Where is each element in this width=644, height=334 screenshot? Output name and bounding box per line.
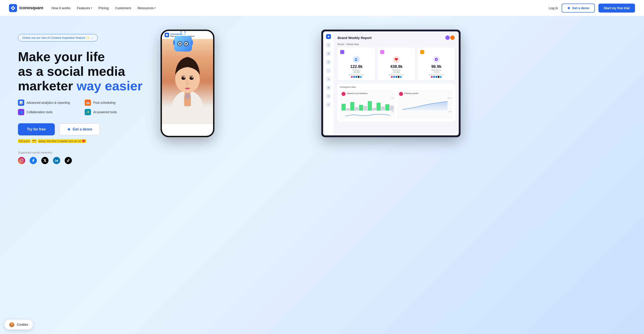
src-tt-2 — [398, 76, 400, 78]
sidebar-icon-2: ⊞ — [326, 51, 331, 56]
followers-label: Followers — [340, 69, 372, 71]
sidebar-icon-3: ⊡ — [326, 60, 331, 65]
src-ig-3 — [431, 76, 433, 78]
followers-icon — [353, 56, 360, 63]
x-twitter-icon[interactable] — [41, 157, 48, 164]
ai-badge[interactable]: Check out our new AI Content Inspiration… — [18, 34, 98, 41]
svg-point-17 — [192, 77, 193, 78]
src-ig — [351, 76, 353, 78]
bar-2 — [346, 108, 350, 111]
demo-icon — [567, 6, 570, 10]
chart1-yaxis-bottom: -5K — [342, 111, 394, 113]
social-networks-label: Supported social networks — [18, 151, 142, 154]
chart2-menu: ··· — [450, 93, 451, 95]
ig-avatar-chart1 — [342, 92, 346, 96]
ig-avatar-chart2 — [399, 92, 403, 96]
bar-4 — [355, 107, 359, 111]
robot-eye-right — [184, 41, 188, 46]
sidebar-icon-8: ⊙ — [326, 102, 331, 107]
logo[interactable]: iconosquare — [9, 4, 43, 12]
resources-chevron-icon: ▾ — [154, 7, 156, 9]
metric-card-reactions: ··· 438.9k Reactions +23.48% Data aggreg… — [378, 47, 415, 80]
antenna-left — [181, 32, 181, 35]
chart-gained-lost: Gained & Lost followers ··· 10K — [340, 90, 396, 119]
src-tw-2 — [400, 76, 402, 78]
card-avatar-1 — [340, 50, 344, 54]
reactions-label: Reactions — [380, 69, 412, 71]
logo-icon — [9, 4, 17, 12]
robot-glasses — [178, 41, 188, 46]
bar-chart-1 — [342, 99, 394, 111]
instagram-section: Instagram data Gained & Lost followers ·… — [338, 84, 455, 122]
avatar-2 — [450, 35, 455, 40]
reactions-icon — [393, 56, 400, 63]
src-tt — [358, 76, 360, 78]
chart2-yaxis-top: 150K — [399, 97, 451, 99]
bar-3 — [350, 102, 354, 111]
svg-point-23 — [436, 59, 437, 60]
tablet-mockup: ⊙ ⊞ ⊡ ↑ ⊿ ⊠ ⊙ ⊙ Brand Weekly Report — [321, 30, 460, 137]
tablet-content: Brand Weekly Report Brand – Global data — [334, 31, 459, 135]
svg-point-9 — [55, 159, 56, 160]
bar-11 — [385, 104, 389, 111]
sidebar-icon-6: ⊠ — [326, 85, 331, 90]
antenna-right — [185, 32, 185, 35]
svg-point-2 — [568, 7, 570, 9]
global-data-label: Brand – Global data — [338, 43, 455, 45]
robot-eye-left — [178, 41, 182, 46]
credit-note: Put your 💳 away, the first 2 weeks are o… — [18, 140, 142, 143]
try-free-button[interactable]: Try for free — [18, 123, 55, 135]
avatar-group — [445, 35, 455, 40]
chart1-menu: ··· — [392, 93, 394, 95]
nav-customers[interactable]: Customers — [115, 6, 131, 10]
logo-text: iconosquare — [19, 5, 43, 10]
chart-follower-growth: Follower growth ··· 150K — [397, 90, 453, 119]
linkedin-icon[interactable] — [53, 157, 60, 164]
instagram-label: Instagram data — [340, 86, 453, 88]
followers-change: +94.65% — [340, 71, 372, 73]
instagram-charts: Gained & Lost followers ··· 10K — [340, 90, 453, 119]
facebook-icon[interactable] — [30, 157, 37, 164]
phone-logo-icon — [164, 33, 169, 37]
feature-analytics: 📊 Advanced analytics & reporting — [18, 100, 76, 106]
report-title: Brand Weekly Report — [338, 36, 372, 40]
sidebar-icon-1: ⊙ — [326, 43, 331, 47]
impressions-label: Impressions — [420, 69, 452, 71]
bar-5 — [359, 105, 363, 111]
cookies-banner[interactable]: 🍪 Cookies — [4, 320, 33, 330]
hero-left: Check out our new AI Content Inspiration… — [18, 30, 142, 164]
nav-pricing[interactable]: Pricing — [98, 6, 109, 10]
nav-how-it-works[interactable]: How it works — [52, 6, 70, 10]
sidebar-icon-logo — [326, 34, 331, 39]
instagram-icon[interactable] — [18, 157, 25, 164]
login-button[interactable]: Log in — [549, 6, 558, 10]
tablet-screen: ⊙ ⊞ ⊡ ↑ ⊿ ⊠ ⊙ ⊙ Brand Weekly Report — [323, 31, 459, 135]
collaboration-icon: 👥 — [18, 109, 24, 115]
chart1-yaxis-top: 10K — [342, 97, 394, 99]
src-li-2 — [396, 76, 397, 78]
start-trial-button[interactable]: Start my free trial — [598, 3, 635, 12]
followers-value: 122.8k — [340, 64, 372, 69]
nav-right: Log in Get a demo Start my free trial — [549, 3, 635, 12]
get-demo-button-nav[interactable]: Get a demo — [562, 3, 595, 12]
reactions-change: +23.48% — [380, 71, 412, 73]
svg-point-21 — [356, 58, 356, 59]
card-avatar-2 — [380, 50, 384, 54]
impressions-icon — [433, 56, 440, 63]
nav-left: iconosquare How it works Features ▾ Pric… — [9, 4, 156, 12]
tiktok-icon[interactable] — [65, 157, 72, 164]
svg-point-6 — [21, 160, 22, 162]
get-demo-button-hero[interactable]: Get a demo — [59, 123, 100, 135]
bar-7 — [368, 101, 372, 111]
src-fb — [353, 76, 355, 78]
metric-card-impressions: ··· 96.9k Impressions +0.00% Data aggreg… — [418, 47, 455, 80]
svg-point-15 — [190, 77, 194, 80]
robot-antennas — [170, 32, 196, 35]
nav-features[interactable]: Features ▾ — [77, 6, 92, 10]
chart2-area — [399, 99, 451, 111]
hero-section: Check out our new AI Content Inspiration… — [0, 16, 644, 334]
reactions-source: Data aggregated from — [380, 74, 412, 78]
dashboard-header: Brand Weekly Report — [338, 35, 455, 40]
nav-resources[interactable]: Resources ▾ — [138, 6, 156, 10]
reactions-value: 438.9k — [380, 64, 412, 69]
